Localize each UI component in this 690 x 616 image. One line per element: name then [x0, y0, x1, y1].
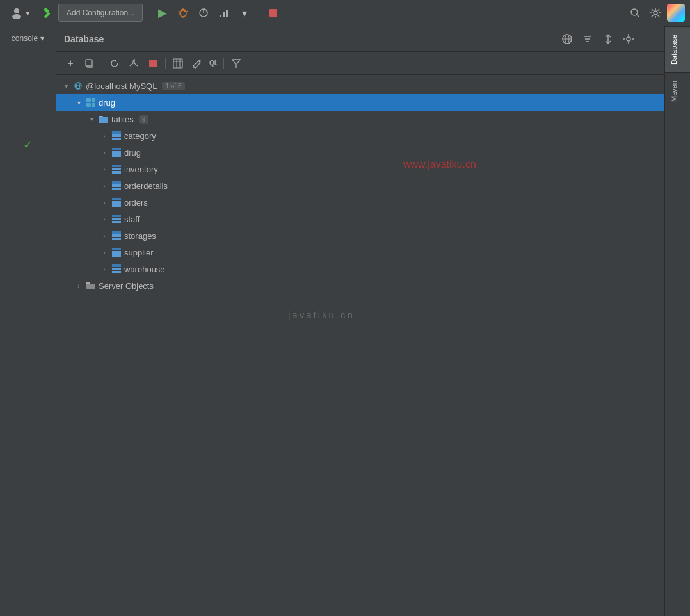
table-icon-orders [111, 197, 122, 207]
table-chevron-warehouse [100, 264, 109, 273]
db-settings-icon [623, 33, 634, 45]
svg-point-6 [184, 10, 186, 12]
table-label-orders: orders [124, 198, 148, 207]
sidebar-tab-maven[interactable]: Maven [665, 72, 690, 109]
refresh-icon [109, 58, 120, 69]
filter-button[interactable] [580, 31, 595, 47]
db-panel-title: Database [64, 34, 554, 44]
columns-button[interactable] [600, 31, 616, 47]
table-item-storages[interactable]: storages [56, 227, 664, 244]
tables-chevron [87, 115, 96, 124]
funnel-button[interactable] [227, 55, 245, 72]
refresh-button[interactable] [106, 55, 124, 72]
connection-badge: 1 of 5 [162, 82, 184, 90]
server-objects-label: Server Objects [99, 281, 154, 291]
table-chevron-drug [100, 148, 109, 157]
copy-icon [84, 58, 95, 69]
table-item-warehouse[interactable]: warehouse [56, 261, 664, 277]
profile-button[interactable] [215, 4, 233, 22]
table-icon-warehouse [111, 264, 122, 274]
sidebar-tab-maven-label: Maven [670, 81, 678, 102]
svg-rect-9 [223, 12, 225, 17]
run-button[interactable]: ▶ [154, 4, 172, 22]
table-icon-category [111, 131, 122, 141]
console-dropdown-icon: ▾ [40, 34, 44, 43]
globe-button[interactable] [559, 31, 575, 47]
right-sidebar: Database Maven [664, 26, 690, 616]
tree-connection[interactable]: @localhost MySQL 1 of 5 [56, 77, 664, 94]
table-icon-staff [111, 214, 122, 224]
svg-rect-32 [173, 59, 182, 68]
settings-icon [650, 7, 661, 19]
table-item-orderdetails[interactable]: orderdetails [56, 177, 664, 194]
globe-icon [561, 33, 573, 45]
edit-db-button[interactable] [188, 55, 206, 72]
db-tree: @localhost MySQL 1 of 5 drug [56, 75, 664, 616]
copy-db-button[interactable] [81, 55, 99, 72]
table-icon-orderdetails [111, 181, 122, 191]
tree-tables-folder[interactable]: tables 9 [56, 111, 664, 127]
database-chevron [74, 98, 83, 107]
db-panel-header: Database [56, 26, 664, 52]
stop-button[interactable] [264, 4, 282, 22]
stop-db-button[interactable] [144, 55, 162, 72]
table-item-drug[interactable]: drug [56, 144, 664, 161]
table-chevron-storages [100, 231, 109, 240]
hammer-icon-btn[interactable] [38, 4, 56, 22]
search-button[interactable] [626, 4, 644, 22]
table-label-drug: drug [124, 148, 141, 158]
table-item-staff[interactable]: staff [56, 211, 664, 227]
console-button[interactable]: console ▾ [0, 31, 56, 45]
table-label-warehouse: warehouse [124, 264, 165, 274]
jetbrains-logo [667, 4, 685, 22]
svg-point-0 [14, 8, 19, 13]
table-chevron-staff [100, 215, 109, 223]
db-toolbar-sep-1 [102, 58, 102, 69]
server-objects-icon [86, 280, 96, 291]
svg-line-13 [637, 15, 639, 17]
edit-icon [192, 58, 202, 69]
table-item-orders[interactable]: orders [56, 194, 664, 211]
filter3-button[interactable] [125, 55, 143, 72]
filter-icon [582, 33, 593, 45]
tree-server-objects[interactable]: Server Objects [56, 277, 664, 294]
table-item-inventory[interactable]: inventory [56, 161, 664, 177]
db-toolbar: + [56, 52, 664, 75]
tree-database[interactable]: drug [56, 94, 664, 111]
add-db-button[interactable]: + [61, 55, 79, 72]
search-icon [629, 7, 641, 19]
table-item-category[interactable]: category [56, 127, 664, 144]
table-label-staff: staff [124, 215, 140, 224]
columns-icon [602, 33, 614, 45]
table-icon-storages [111, 231, 122, 241]
table-view-button[interactable] [169, 55, 187, 72]
funnel-icon [231, 58, 241, 69]
run-dropdown-button[interactable]: ▾ [236, 4, 253, 22]
db-settings-button[interactable] [621, 31, 636, 47]
svg-rect-8 [220, 15, 221, 17]
table-icon-supplier [111, 247, 122, 257]
table-chevron-inventory [100, 165, 109, 174]
table-chevron-orderdetails [100, 181, 109, 190]
connection-icon [73, 81, 83, 91]
ql-button[interactable]: QL [207, 55, 220, 72]
check-mark: ✓ [23, 138, 33, 152]
add-config-button[interactable]: Add Configuration... [58, 4, 143, 22]
svg-rect-29 [86, 60, 92, 66]
stop-icon [268, 8, 278, 18]
svg-point-1 [12, 14, 21, 19]
table-view-icon [173, 58, 183, 69]
svg-point-12 [631, 9, 638, 15]
table-chevron-orders [100, 198, 109, 207]
user-dropdown-icon: ▾ [26, 8, 30, 18]
settings-button[interactable] [646, 4, 664, 22]
debug-button[interactable] [174, 4, 192, 22]
table-chevron [100, 131, 109, 140]
tree-filter-icon [129, 58, 139, 69]
sidebar-tab-database[interactable]: Database [665, 26, 690, 72]
minimize-button[interactable]: — [641, 31, 657, 47]
coverage-icon [198, 7, 209, 19]
table-item-supplier[interactable]: supplier [56, 244, 664, 261]
coverage-button[interactable] [195, 4, 213, 22]
user-button[interactable]: ▾ [5, 4, 35, 22]
